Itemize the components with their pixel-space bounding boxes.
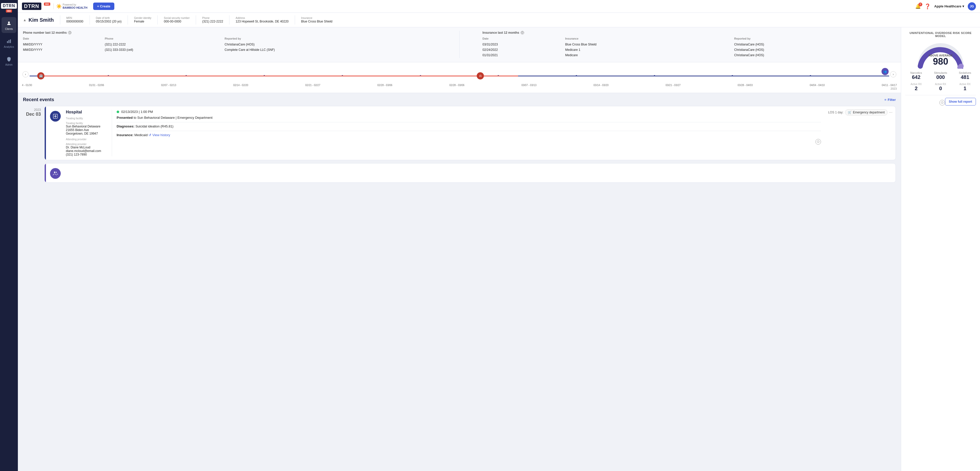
main-content: Phone number last 12 months ⓘ Date Phone…: [18, 27, 901, 471]
sidebar-admin-label: Admin: [5, 63, 13, 66]
sidebar-item-admin[interactable]: Admin: [2, 53, 16, 69]
timeline-track: ‹ › 🏥 ⚖ 👥: [24, 65, 894, 83]
active-rx-sedatives: Active RX 1: [954, 83, 976, 91]
events-title: Recent events: [23, 97, 54, 102]
department-badge: 🛒 Emergency department: [845, 109, 888, 115]
event-card: Hospital Treating facility Treating faci…: [45, 106, 896, 160]
content-area: Phone number last 12 months ⓘ Date Phone…: [18, 27, 980, 471]
patient-name: ▲ Kim Smith: [23, 17, 54, 23]
phone-col-reported: Reported by: [224, 37, 436, 42]
insurance-section: Insurance last 12 months ⓘ Date Insuranc…: [483, 31, 896, 58]
los-badge: LOS 1 day: 🛒 Emergency department ···: [828, 109, 892, 115]
gauge-wrap: ABOVE AVERAGE 980: [915, 41, 966, 69]
show-report-button[interactable]: Show full report: [945, 98, 976, 105]
event-card-body: Hospital Treating facility Treating faci…: [46, 106, 825, 160]
event-icon-col-2: [50, 167, 61, 179]
main-area: DTRN 360 ☀️ Powered by BAMBOO HEALTH + C…: [18, 0, 980, 471]
help-icon[interactable]: ❓: [924, 3, 931, 10]
org-name[interactable]: Apple Healthcare ▾: [934, 4, 964, 8]
patient-ssn: Social security number 000-00-0000: [164, 17, 189, 23]
person-icon: [5, 20, 13, 27]
timeline-dot-group[interactable]: 👥: [881, 68, 889, 75]
events-section: Recent events ≡ Filter 2023 Dec 03: [18, 93, 901, 190]
stimulants-score: Stimulants 000: [930, 71, 952, 80]
timeline-dot-hospital[interactable]: 🏥: [37, 72, 45, 80]
active-rx-stimulants: Active RX 0: [930, 83, 952, 91]
svg-point-5: [54, 172, 56, 173]
svg-rect-3: [10, 39, 11, 43]
chart-icon: [5, 38, 13, 45]
event-info-button[interactable]: ⓘ: [815, 139, 821, 145]
phone-col-phone: Phone: [105, 37, 224, 42]
insurance-section-title: Insurance last 12 months ⓘ: [483, 31, 896, 35]
chevron-down-icon: ▾: [963, 4, 964, 8]
svg-point-6: [56, 172, 57, 173]
insurance-info-icon[interactable]: ⓘ: [520, 31, 524, 35]
hospital-icon: [50, 111, 61, 121]
event-card-2: [45, 163, 896, 183]
table-row: 03/31/2023Blue Cross Blue ShieldChristia…: [483, 42, 896, 47]
timeline-red-line: [40, 76, 518, 77]
timeline-labels: 4 - 01/30 01/31 - 02/06 02/07 - 02/13 02…: [22, 84, 897, 86]
avatar[interactable]: JG: [968, 2, 976, 11]
sidebar-item-analytics[interactable]: Analytics: [2, 35, 16, 51]
timeline-section: ‹ › 🏥 ⚖ 👥: [18, 62, 901, 93]
more-options-button[interactable]: ···: [889, 110, 892, 115]
phone-col-date: Date: [23, 37, 105, 42]
sedatives-score: Sedatives 481: [954, 71, 976, 80]
view-history-link[interactable]: ↺ View history: [148, 133, 170, 137]
risk-title: UNINTENTIONAL OVERDOSE RISK SCORE MODEL: [905, 32, 976, 38]
app-shell: DTRN 360 Clients Analytics Admin: [0, 0, 980, 471]
top-bar: DTRN 360 ☀️ Powered by BAMBOO HEALTH + C…: [18, 0, 980, 13]
events-header: Recent events ≡ Filter: [23, 97, 896, 102]
create-button[interactable]: + Create: [93, 3, 115, 10]
beta-badge: 360: [6, 10, 12, 13]
history-icon: ↺: [148, 133, 151, 137]
ins-col-insurance: Insurance: [565, 37, 734, 42]
patient-gender: Gender identity Female: [134, 17, 151, 23]
gauge-label: ABOVE AVERAGE 980: [928, 54, 953, 66]
score-grid: Narcotics 642 Stimulants 000 Sedatives 4…: [905, 71, 976, 91]
event-date-2: [23, 163, 41, 183]
event-presented: Presented to Sun Behavioral Delaware | E…: [117, 116, 821, 120]
event-icon-col: [50, 110, 61, 156]
narcotics-score: Narcotics 642: [905, 71, 927, 80]
chevron-up-icon: ▲: [23, 18, 27, 22]
table-row: 02/24/2022Medicare 1ChristianaCare (HOS): [483, 47, 896, 53]
timeline-dot-scale[interactable]: ⚖: [477, 72, 484, 80]
sidebar-clients-label: Clients: [5, 27, 13, 30]
dtrn-logo: DTRN: [22, 3, 41, 10]
table-row: MM/DD/YYYY(321) 222-2222ChristianaCare (…: [23, 42, 436, 47]
event-diagnoses: Diagnoses: Suicidal ideation (R45.81): [117, 125, 821, 128]
shield-icon: [5, 56, 13, 62]
svg-rect-1: [7, 41, 8, 43]
filter-button[interactable]: ≡ Filter: [885, 98, 896, 102]
notification-bell[interactable]: 🔔 7: [915, 3, 921, 9]
sidebar: DTRN 360 Clients Analytics Admin: [0, 0, 18, 471]
event-info-col: Hospital Treating facility Treating faci…: [66, 110, 107, 156]
phone-section: Phone number last 12 months ⓘ Date Phone…: [23, 31, 436, 58]
notification-count: 7: [918, 3, 922, 6]
filter-icon: ≡: [885, 98, 886, 102]
event-card-right: LOS 1 day: 🛒 Emergency department ···: [825, 106, 896, 160]
contact-section: Phone number last 12 months ⓘ Date Phone…: [18, 27, 901, 62]
svg-rect-2: [8, 40, 9, 43]
app-logo-text: DTRN: [1, 3, 17, 9]
table-row: MM/DD/YYYY(321) 333-3333 (cell)Complete …: [23, 47, 436, 53]
risk-info-button[interactable]: ⓘ: [939, 100, 945, 105]
timeline-prev-button[interactable]: ‹: [22, 71, 29, 77]
phone-info-icon[interactable]: ⓘ: [68, 31, 72, 35]
event-card-2-body: [46, 163, 896, 182]
sun-icon: ☀️: [56, 3, 62, 9]
beta-label: 360: [44, 3, 50, 6]
phone-table: Date Phone Reported by MM/DD/YYYY(321) 2…: [23, 37, 436, 53]
event-insurance-divider: [117, 131, 821, 131]
svg-point-0: [8, 21, 10, 23]
sidebar-item-clients[interactable]: Clients: [2, 17, 16, 33]
phone-section-title: Phone number last 12 months ⓘ: [23, 31, 436, 35]
active-dot: [117, 110, 119, 113]
timeline-next-button[interactable]: ›: [890, 71, 896, 77]
risk-panel-footer: ⓘ Show full report: [905, 98, 976, 105]
gauge-container: ABOVE AVERAGE 980: [905, 41, 976, 69]
ins-col-date: Date: [483, 37, 565, 42]
